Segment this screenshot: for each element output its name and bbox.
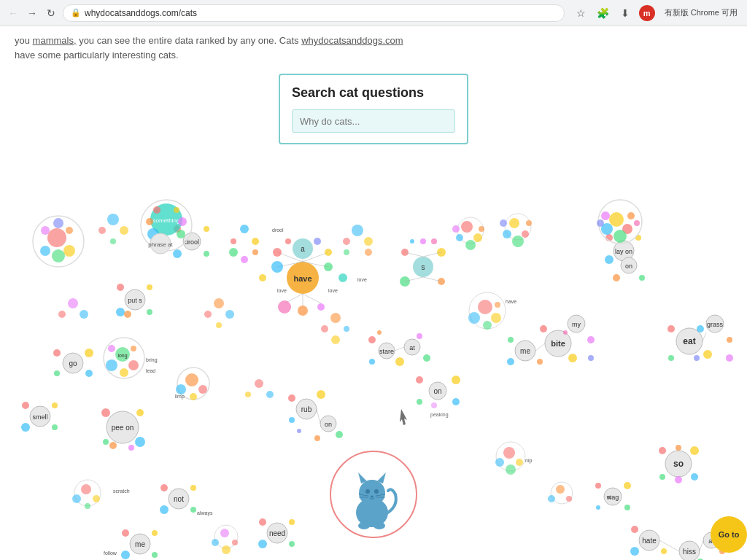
svg-point-247 [468,312,480,324]
svg-point-198 [343,238,350,245]
svg-point-159 [116,308,125,316]
svg-point-234 [98,227,106,234]
svg-point-41 [368,336,376,343]
back-button[interactable]: ← [6,6,20,20]
svg-text:peaking: peaking [430,412,449,418]
svg-point-136 [595,483,601,489]
svg-point-230 [66,227,73,234]
search-title: Search cat questions [292,85,455,101]
svg-point-85 [128,445,134,451]
svg-point-93 [540,325,547,332]
svg-point-249 [495,302,500,308]
svg-point-31 [431,238,437,244]
search-input[interactable] [292,109,455,133]
svg-point-254 [321,325,328,332]
svg-point-147 [639,275,645,281]
svg-point-188 [178,217,187,226]
svg-text:a: a [301,245,305,253]
svg-point-248 [483,321,492,330]
svg-point-237 [214,298,224,308]
svg-text:always: always [197,510,213,516]
svg-point-308 [371,496,374,498]
svg-point-238 [204,311,212,318]
svg-point-235 [120,226,128,235]
svg-point-212 [503,230,511,238]
svg-point-167 [152,552,158,558]
svg-point-19 [259,274,266,281]
svg-point-274 [506,464,516,475]
svg-text:follow: follow [104,551,117,556]
svg-point-281 [93,495,100,502]
svg-text:me: me [520,347,530,355]
svg-point-203 [461,221,473,233]
svg-point-276 [556,485,565,494]
svg-point-44 [423,354,430,362]
svg-point-179 [289,541,295,547]
svg-point-100 [563,330,568,335]
svg-point-227 [63,245,75,257]
svg-point-13 [325,249,332,256]
svg-point-187 [146,218,153,225]
svg-point-154 [204,251,209,257]
svg-point-313 [358,522,370,529]
top-text-part1: you [15,35,33,46]
svg-point-263 [108,345,115,352]
svg-point-161 [124,311,131,318]
svg-point-119 [676,445,681,451]
download-button[interactable]: ⬇ [617,5,633,21]
svg-text:so: so [673,459,684,469]
svg-point-18 [278,300,291,314]
svg-point-271 [503,447,515,459]
svg-point-282 [72,494,81,503]
lock-icon: 🔒 [71,8,81,18]
svg-line-90 [535,343,545,351]
svg-point-97 [537,359,543,365]
forward-button[interactable]: → [25,6,39,20]
bookmark-button[interactable]: ☆ [573,5,589,21]
browser-actions: ☆ 🧩 ⬇ m 有新版 Chrome 可用 [573,5,741,21]
svg-point-240 [216,322,222,328]
svg-text:love: love [328,288,338,293]
svg-point-60 [288,394,295,402]
svg-text:at: at [607,494,611,499]
refresh-button[interactable]: ↻ [44,6,58,20]
svg-text:my: my [572,321,581,328]
svg-point-236 [110,238,116,244]
svg-point-160 [147,309,152,315]
svg-text:eat: eat [683,336,695,346]
svg-point-204 [473,233,482,242]
svg-text:grass: grass [707,321,724,328]
svg-text:on: on [433,387,441,395]
top-paragraph: you mammals, you can see the entire data… [0,26,747,70]
svg-point-62 [289,417,295,423]
svg-point-217 [609,212,624,227]
svg-point-49 [416,376,423,384]
svg-point-283 [85,503,90,509]
svg-point-64 [314,435,320,441]
svg-point-199 [364,237,373,246]
svg-point-82 [103,439,109,445]
svg-text:have: have [293,274,311,283]
svg-point-266 [185,373,198,386]
svg-point-256 [331,335,340,344]
go-to-label: Go to [719,530,740,539]
svg-line-128 [700,540,703,551]
svg-point-191 [240,225,249,233]
svg-point-148 [613,274,620,281]
profile-button[interactable]: m [639,5,655,21]
svg-point-43 [395,357,404,366]
svg-point-21 [285,238,291,244]
svg-point-242 [58,311,66,318]
svg-point-157 [117,284,124,291]
svg-point-260 [106,359,117,371]
address-bar[interactable]: 🔒 whydocatsanddogs.com/cats [63,4,565,22]
svg-point-194 [229,248,238,257]
go-to-button[interactable]: Go to [711,516,747,553]
svg-point-117 [659,474,665,480]
svg-text:pee on: pee on [112,424,134,432]
svg-point-165 [152,530,158,536]
svg-point-115 [659,447,666,454]
svg-point-52 [452,398,460,405]
svg-point-176 [259,518,266,526]
profile-extensions-button[interactable]: 🧩 [595,5,611,21]
